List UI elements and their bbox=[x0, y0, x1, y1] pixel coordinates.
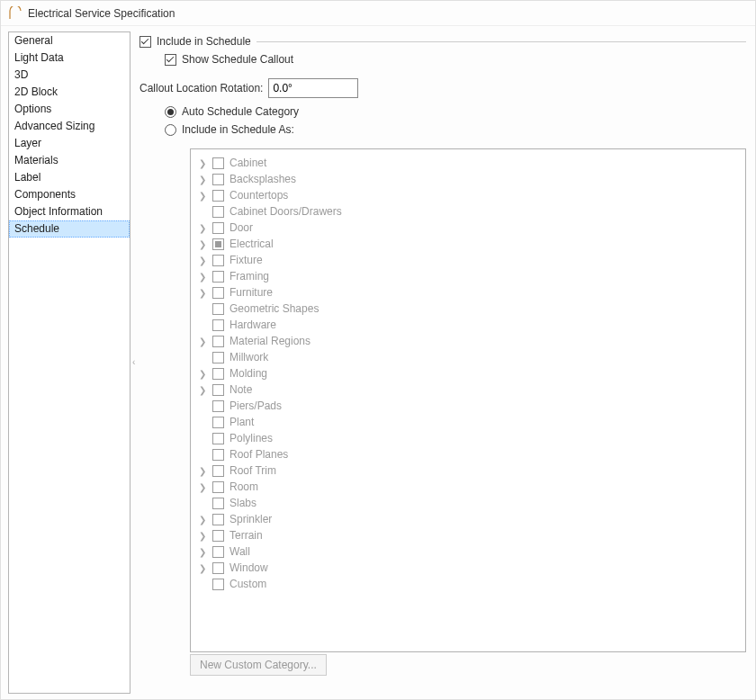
auto-schedule-category-row: Auto Schedule Category bbox=[165, 105, 746, 118]
sidebar-item-light-data[interactable]: Light Data bbox=[9, 49, 130, 67]
category-checkbox bbox=[212, 514, 224, 525]
include-as-radio[interactable] bbox=[165, 124, 176, 136]
category-checkbox bbox=[212, 530, 224, 542]
tree-row: ❯Window bbox=[198, 560, 738, 576]
category-label: Countertops bbox=[230, 189, 288, 202]
titlebar: Electrical Service Specification bbox=[1, 1, 755, 26]
category-tree[interactable]: ❯Cabinet❯Backsplashes❯Countertops❯Cabine… bbox=[190, 148, 746, 652]
sidebar-item-components[interactable]: Components bbox=[9, 186, 130, 203]
callout-rotation-row: Callout Location Rotation: bbox=[140, 78, 746, 98]
sidebar-item-materials[interactable]: Materials bbox=[9, 152, 130, 169]
category-checkbox bbox=[212, 384, 224, 396]
window-title: Electrical Service Specification bbox=[28, 7, 175, 20]
sidebar-item-2d-block[interactable]: 2D Block bbox=[9, 84, 130, 101]
category-checkbox bbox=[212, 465, 224, 477]
category-checkbox bbox=[212, 546, 224, 558]
sidebar-item-schedule[interactable]: Schedule bbox=[9, 220, 130, 238]
expand-arrow-icon: ❯ bbox=[198, 547, 207, 557]
tree-row: ❯Geometric Shapes bbox=[198, 301, 738, 317]
tree-row: ❯Sprinkler bbox=[198, 511, 738, 527]
tree-row: ❯Furniture bbox=[198, 284, 738, 301]
tree-row: ❯Terrain bbox=[198, 527, 738, 543]
tree-row: ❯Hardware bbox=[198, 317, 738, 333]
include-in-schedule-label: Include in Schedule bbox=[157, 35, 251, 48]
tree-row: ❯Roof Trim bbox=[198, 462, 738, 479]
splitter[interactable]: ‹ bbox=[130, 26, 140, 699]
sidebar-item-general[interactable]: General bbox=[9, 32, 130, 49]
category-checkbox bbox=[212, 368, 224, 380]
auto-schedule-category-radio[interactable] bbox=[165, 106, 176, 118]
sidebar-item-label[interactable]: Label bbox=[9, 169, 130, 186]
expand-arrow-icon: ❯ bbox=[198, 482, 207, 492]
category-label: Cabinet bbox=[230, 157, 266, 169]
category-checkbox bbox=[212, 433, 224, 444]
include-as-row: Include in Schedule As: bbox=[165, 123, 746, 136]
sidebar-item-advanced-sizing[interactable]: Advanced Sizing bbox=[9, 118, 130, 135]
tree-row: ❯Framing bbox=[198, 268, 738, 284]
expand-arrow-icon: ❯ bbox=[198, 191, 207, 201]
callout-rotation-input[interactable] bbox=[268, 78, 358, 98]
category-checkbox bbox=[212, 206, 224, 218]
expand-arrow-icon: ❯ bbox=[198, 385, 207, 395]
include-as-label: Include in Schedule As: bbox=[182, 123, 294, 136]
expand-arrow-icon: ❯ bbox=[198, 288, 207, 298]
category-checkbox bbox=[212, 562, 224, 574]
category-label: Cabinet Doors/Drawers bbox=[230, 205, 342, 218]
auto-schedule-category-label: Auto Schedule Category bbox=[182, 105, 299, 118]
tree-row: ❯Note bbox=[198, 381, 738, 398]
sidebar-item-options[interactable]: Options bbox=[9, 101, 130, 118]
category-label: Note bbox=[230, 383, 252, 396]
tree-row: ❯Material Regions bbox=[198, 333, 738, 349]
dialog-body: GeneralLight Data3D2D BlockOptionsAdvanc… bbox=[1, 26, 755, 699]
category-label: Roof Trim bbox=[230, 464, 276, 477]
expand-arrow-icon: ❯ bbox=[198, 223, 207, 233]
category-label: Piers/Pads bbox=[230, 399, 282, 412]
sidebar-item-3d[interactable]: 3D bbox=[9, 67, 130, 84]
category-label: Wall bbox=[230, 545, 250, 558]
show-schedule-callout-row: Show Schedule Callout bbox=[165, 53, 746, 66]
category-label: Fixture bbox=[230, 254, 263, 266]
category-label: Window bbox=[230, 561, 268, 574]
category-checkbox bbox=[212, 417, 224, 428]
new-custom-category-button[interactable]: New Custom Category... bbox=[190, 654, 327, 676]
include-in-schedule-row: Include in Schedule bbox=[140, 35, 746, 48]
sidebar-item-object-information[interactable]: Object Information bbox=[9, 203, 130, 220]
sidebar-item-layer[interactable]: Layer bbox=[9, 135, 130, 152]
tree-row: ❯Millwork bbox=[198, 349, 738, 365]
category-label: Plant bbox=[230, 416, 254, 428]
category-checkbox bbox=[212, 449, 224, 461]
expand-arrow-icon: ❯ bbox=[198, 175, 207, 184]
category-checkbox bbox=[212, 352, 224, 363]
show-schedule-callout-checkbox[interactable] bbox=[165, 54, 176, 66]
category-checkbox bbox=[212, 481, 224, 493]
tree-row: ❯Piers/Pads bbox=[198, 398, 738, 414]
splitter-handle-icon: ‹ bbox=[132, 358, 135, 367]
category-label: Polylines bbox=[230, 432, 273, 444]
tree-row: ❯Cabinet Doors/Drawers bbox=[198, 203, 738, 220]
category-checkbox bbox=[212, 190, 224, 202]
include-in-schedule-checkbox[interactable] bbox=[140, 36, 151, 48]
category-label: Sprinkler bbox=[230, 513, 272, 525]
category-checkbox bbox=[212, 336, 224, 347]
expand-arrow-icon: ❯ bbox=[198, 563, 207, 573]
category-label: Millwork bbox=[230, 351, 268, 363]
category-label: Door bbox=[230, 221, 253, 234]
expand-arrow-icon: ❯ bbox=[198, 466, 207, 476]
tree-row: ❯Cabinet bbox=[198, 155, 738, 171]
content-panel: Include in Schedule Show Schedule Callou… bbox=[140, 26, 755, 699]
category-label: Geometric Shapes bbox=[230, 302, 319, 315]
category-label: Room bbox=[230, 480, 258, 493]
tree-row: ❯Custom bbox=[198, 576, 738, 592]
category-label: Custom bbox=[230, 578, 266, 590]
category-label: Molding bbox=[230, 367, 267, 380]
expand-arrow-icon: ❯ bbox=[198, 531, 207, 541]
tree-row: ❯Polylines bbox=[198, 430, 738, 446]
dialog-window: Electrical Service Specification General… bbox=[0, 0, 756, 700]
category-checkbox bbox=[212, 271, 224, 283]
sidebar: GeneralLight Data3D2D BlockOptionsAdvanc… bbox=[8, 31, 130, 694]
tree-row: ❯Plant bbox=[198, 414, 738, 430]
category-label: Electrical bbox=[230, 238, 274, 250]
tree-row: ❯Door bbox=[198, 220, 738, 236]
category-checkbox bbox=[212, 287, 224, 299]
expand-arrow-icon: ❯ bbox=[198, 158, 207, 168]
